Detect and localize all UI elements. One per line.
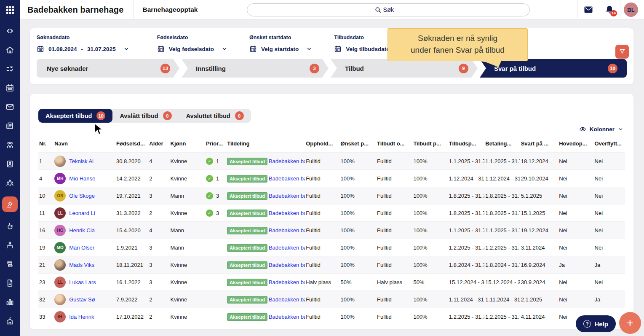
column-header-1[interactable]: Nr. [38, 135, 53, 153]
hand-icon[interactable] [3, 221, 18, 231]
top-bar: Badebakken barnehage Barnehageopptak 14 [20, 0, 644, 20]
table-row[interactable]: 21Mads Viks18.11.20213KvinneAkseptert ti… [38, 256, 625, 274]
unit-link[interactable]: Badebakken barn [269, 262, 305, 268]
column-header-12[interactable]: Tilbudsp... [448, 135, 484, 153]
pipeline-step-3[interactable]: Tilbud9 [331, 59, 478, 78]
unit-link[interactable]: Badebakken barn [269, 210, 305, 216]
tilbudsdato-picker[interactable]: Velg tilbudsdato [334, 45, 390, 53]
table-row[interactable]: 32Gustav Sø7.9.20222KvinneAkseptert tilb… [38, 291, 625, 308]
child-name-link[interactable]: Mads Viks [69, 262, 94, 268]
cell-payment-period: 1.2.2025 - 31.7.20 [484, 239, 520, 256]
tab-2[interactable]: Avslått tilbud0 [112, 109, 179, 123]
app-grid-icon[interactable] [0, 0, 20, 20]
column-header-11[interactable]: Tilbudt p... [412, 135, 448, 153]
table-row[interactable]: 11LLLeonard Li31.3.20222Kvinne✓3Aksepter… [38, 204, 625, 222]
column-header-6[interactable]: Prior... [205, 135, 226, 153]
mail-icon[interactable] [3, 102, 18, 112]
tasks-icon[interactable] [3, 64, 18, 74]
filter-label: Ønsket startdato [249, 35, 312, 40]
home-icon[interactable] [3, 45, 18, 55]
cell-stay: Fulltid [305, 187, 339, 204]
column-header-5[interactable]: Kjønn [170, 135, 205, 153]
child-name-link[interactable]: Ida Henrik [69, 314, 94, 320]
child-name-link[interactable]: Teknisk Al [69, 158, 94, 164]
child-name-link[interactable]: Mari Olser [69, 245, 94, 251]
child-name-link[interactable]: Leonard Li [69, 210, 95, 216]
column-header-4[interactable]: Alder [148, 135, 169, 153]
unit-link[interactable]: Badebakken barn [269, 296, 305, 303]
plus-icon: + [627, 316, 633, 329]
school-icon[interactable] [3, 316, 18, 326]
statistics-icon[interactable] [3, 297, 18, 307]
column-header-7[interactable]: Tildeling [226, 135, 305, 153]
child-name-link[interactable]: Gustav Sø [69, 296, 95, 303]
id-card-icon[interactable] [3, 159, 18, 169]
column-header-16[interactable]: Overflytt... [594, 135, 625, 153]
news-icon[interactable] [3, 121, 18, 131]
user-avatar[interactable]: BL [624, 3, 638, 17]
startdato-picker[interactable]: Velg startdato [249, 45, 312, 53]
cell-gender: Kvinne [170, 291, 205, 308]
notifications-button[interactable]: 14 [599, 0, 620, 20]
help-button[interactable]: ? Help [576, 315, 616, 332]
column-header-9[interactable]: Ønsket p... [340, 135, 376, 153]
cell-offered-stay: Fulltid [376, 291, 412, 308]
column-header-3[interactable]: Fødselsd... [115, 135, 148, 153]
column-header-13[interactable]: Betaling... [484, 135, 520, 153]
admissions-icon[interactable] [2, 196, 18, 212]
document-icon[interactable] [3, 278, 18, 288]
tab-1[interactable]: Akseptert tilbud10 [38, 109, 112, 123]
table-row[interactable]: 23LLLukas Lars16.1.20223KvinneAkseptert … [38, 274, 625, 291]
envelope-icon [583, 5, 593, 15]
columns-toggle[interactable]: Kolonner [579, 126, 623, 133]
add-button[interactable]: + [619, 312, 641, 334]
child-name-link[interactable]: Lukas Lars [69, 279, 96, 285]
collapse-sidebar-icon[interactable] [3, 26, 18, 36]
table-row[interactable]: 4MHMio Hanse14.2.20222Kvinne✓1Akseptert … [38, 170, 625, 187]
cell-name: Gustav Sø [53, 291, 115, 308]
column-header-8[interactable]: Opphold... [305, 135, 339, 153]
unit-link[interactable]: Badebakken barn [269, 158, 305, 164]
finance-icon[interactable] [3, 259, 18, 269]
column-header-15[interactable]: Hovedop... [558, 135, 593, 153]
soknadsdato-picker[interactable]: 01.08.2024 - 31.07.2025 [37, 45, 129, 53]
calendar-icon[interactable] [3, 83, 18, 93]
cell-answered-date: 16.9.2024 [520, 256, 558, 274]
pipeline-step-1[interactable]: Nye søknader13 [37, 59, 179, 78]
unit-link[interactable]: Badebakken barn [269, 227, 305, 234]
filter-button[interactable] [615, 45, 629, 59]
reception-icon[interactable] [3, 240, 18, 250]
unit-link[interactable]: Badebakken barn [269, 279, 305, 285]
children-icon[interactable] [3, 140, 18, 150]
table-row[interactable]: 16HCHenrik Cla15.4.20204MannAkseptert ti… [38, 222, 625, 239]
table-row[interactable]: 10OSOle Skoge19.7.20213Mann✓3Akseptert t… [38, 187, 625, 204]
column-header-10[interactable]: Tilbudt o... [376, 135, 412, 153]
cell-nr: 19 [38, 239, 53, 256]
avatar: LL [54, 207, 66, 219]
tab-3[interactable]: Avsluttet tilbud0 [179, 109, 251, 123]
cell-transfer: Ja [594, 256, 625, 274]
cell-main-admission: Nei [558, 222, 593, 239]
fodselsdato-picker[interactable]: Velg fødselsdato [157, 45, 227, 53]
child-name-link[interactable]: Ole Skoge [69, 193, 95, 199]
unit-link[interactable]: Badebakken barn [269, 245, 305, 251]
pipeline-step-2[interactable]: Innstilling3 [182, 59, 329, 78]
step-count-badge: 10 [608, 64, 617, 73]
column-header-14[interactable]: Svart på ... [520, 135, 558, 153]
messages-button[interactable] [578, 0, 599, 20]
child-name-link[interactable]: Mio Hanse [69, 175, 95, 182]
name-cell: IHIda Henrik [54, 311, 113, 323]
column-header-2[interactable]: Navn [53, 135, 115, 153]
unit-link[interactable]: Badebakken barn [269, 175, 305, 182]
cell-wanted-pct: 100% [340, 153, 376, 170]
group-icon[interactable] [3, 177, 18, 188]
table-row[interactable]: 19MOMari Olser1.9.20213MannAkseptert til… [38, 239, 625, 256]
unit-link[interactable]: Badebakken barn [269, 314, 305, 320]
table-row[interactable]: 1Teknisk Al30.8.20204Kvinne✓1Akseptert t… [38, 153, 625, 170]
unit-link[interactable]: Badebakken barn [269, 193, 305, 199]
search-input[interactable] [247, 3, 530, 16]
child-name-link[interactable]: Henrik Cla [69, 227, 95, 234]
cell-nr: 23 [38, 274, 53, 291]
table-row[interactable]: 33IHIda Henrik17.10.20222KvinneAkseptert… [38, 308, 625, 325]
pipeline-step-4[interactable]: Svar på tilbud10 [480, 59, 627, 78]
